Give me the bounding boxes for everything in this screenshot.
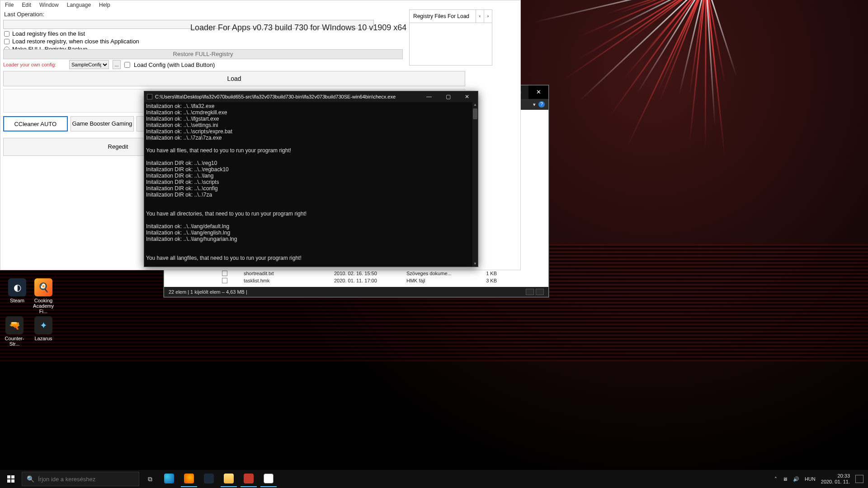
checkbox-restore-registry-label: Load restore registry, when close this A… — [12, 38, 139, 45]
view-details-button[interactable] — [526, 289, 534, 295]
svg-rect-3 — [11, 479, 14, 483]
file-type: Szöveges dokume... — [406, 271, 461, 276]
file-row[interactable]: tasklist.hmk 2020. 01. 11. 17:00 HMK fáj… — [217, 277, 548, 284]
file-date: 2020. 01. 11. 17:00 — [334, 278, 393, 283]
console-output[interactable]: Initalization ok: ..\..\lfa32.exe Inital… — [144, 102, 472, 267]
tray-chevron-icon[interactable]: ˄ — [774, 476, 777, 482]
svg-rect-2 — [7, 479, 10, 483]
console-title: C:\Users\ltta\Desktop\lfa32v070build655-… — [155, 94, 396, 99]
tray-language[interactable]: HUN — [805, 476, 816, 482]
registry-files-list[interactable] — [409, 23, 492, 66]
help-icon[interactable]: ? — [538, 101, 545, 108]
restore-full-registry-button[interactable]: Restore FULL-Registry — [3, 49, 403, 59]
file-size: 1 KB — [474, 271, 497, 276]
explorer-status-text: 22 elem | 1 kijelölt elem – 4,63 MB | — [169, 289, 247, 295]
desktop-icon-steam[interactable]: ◐Steam — [3, 278, 32, 303]
explorer-close-button[interactable]: ✕ — [528, 85, 548, 99]
file-date: 2010. 02. 16. 15:50 — [334, 271, 393, 276]
taskbar-app-edge[interactable] — [159, 470, 179, 488]
config-select[interactable]: SampleConfig — [69, 60, 109, 69]
explorer-file-list[interactable]: shortreadit.txt 2010. 02. 16. 15:50 Szöv… — [217, 270, 548, 285]
task-view-button[interactable]: ⧉ — [141, 475, 159, 483]
console-minimize-button[interactable]: — — [421, 92, 437, 102]
loader-title: Loader For Apps v0.73 build 730 for WInd… — [190, 23, 406, 33]
desktop-icon-label: Lazarus — [29, 336, 58, 341]
file-name: shortreadit.txt — [244, 271, 321, 276]
registry-panel-title: Registry Files For Load — [410, 10, 476, 22]
desktop-icon-lazarus[interactable]: ✦Lazarus — [29, 316, 58, 341]
checkbox-load-config[interactable] — [124, 62, 130, 68]
desktop-icon-counterstrike[interactable]: 🔫Counter-Str... — [0, 316, 29, 347]
taskbar-app-red[interactable] — [239, 470, 259, 488]
desktop-icon-label: Steam — [3, 298, 32, 303]
file-name: tasklist.hmk — [244, 278, 321, 283]
tray-volume-icon[interactable]: 🔊 — [793, 476, 799, 482]
tray-time: 20:33 — [821, 473, 850, 479]
view-tiles-button[interactable] — [536, 289, 544, 295]
svg-rect-0 — [7, 475, 10, 479]
checkbox-load-registry[interactable] — [4, 31, 9, 37]
menu-file[interactable]: File — [5, 2, 14, 8]
desktop-icon-cooking[interactable]: 🍳Cooking Academy Fi... — [29, 278, 58, 314]
explorer-statusbar: 22 elem | 1 kijelölt elem – 4,63 MB | — [164, 287, 548, 297]
search-icon: 🔍 — [27, 475, 34, 483]
registry-prev-button[interactable]: ‹ — [476, 10, 484, 23]
taskbar-app-firefox[interactable] — [179, 470, 199, 488]
checkbox-restore-registry[interactable] — [4, 39, 9, 44]
config-label: Loader your own config: — [3, 62, 66, 67]
menu-window[interactable]: Window — [39, 2, 59, 8]
console-titlebar[interactable]: C:\Users\ltta\Desktop\lfa32v070build655-… — [144, 91, 478, 102]
tray-date: 2020. 01. 11. — [821, 479, 850, 485]
checkbox-load-registry-label: Load registry files on the list — [12, 30, 85, 37]
tray-network-icon[interactable]: 🖥 — [783, 476, 788, 482]
checkbox-load-config-label: Load Config (with Load Button) — [134, 61, 215, 68]
taskbar: 🔍 ⧉ ˄ 🖥 🔊 HUN 20:33 2020. 01. 11. — [0, 470, 868, 488]
registry-files-panel: Registry Files For Load ‹ › — [409, 9, 492, 66]
taskbar-app-explorer[interactable] — [219, 470, 239, 488]
taskbar-search[interactable]: 🔍 — [22, 472, 139, 486]
search-input[interactable] — [38, 476, 134, 483]
registry-next-button[interactable]: › — [484, 10, 492, 23]
ccleaner-button[interactable]: CCleaner AUTO — [3, 116, 68, 131]
desktop-icon-label: Counter-Str... — [0, 336, 29, 347]
console-window: C:\Users\ltta\Desktop\lfa32v070build655-… — [144, 91, 478, 267]
load-button[interactable]: Load — [3, 71, 465, 86]
menu-edit[interactable]: Edit — [22, 2, 31, 8]
file-size: 3 KB — [474, 278, 497, 283]
system-tray: ˄ 🖥 🔊 HUN 20:33 2020. 01. 11. — [770, 473, 868, 485]
menu-help[interactable]: Help — [99, 2, 110, 8]
console-scrollbar[interactable]: ▲ ▼ — [472, 102, 478, 267]
gamebooster-button[interactable]: Game Booster Gaming — [71, 116, 134, 131]
file-type: HMK fájl — [406, 278, 461, 283]
console-icon — [147, 94, 152, 99]
scroll-down-icon[interactable]: ▼ — [472, 261, 478, 267]
svg-rect-1 — [11, 475, 14, 479]
menubar: File Edit Window Language Help — [0, 0, 520, 9]
desktop-icon-label: Cooking Academy Fi... — [29, 298, 58, 314]
start-button[interactable] — [0, 470, 22, 488]
console-close-button[interactable]: ✕ — [459, 92, 475, 102]
file-icon — [222, 271, 227, 276]
tray-clock[interactable]: 20:33 2020. 01. 11. — [821, 473, 850, 485]
config-browse-button[interactable]: ... — [113, 60, 121, 69]
scroll-thumb[interactable] — [473, 108, 477, 119]
scroll-up-icon[interactable]: ▲ — [472, 102, 478, 108]
console-maximize-button[interactable]: ▢ — [440, 92, 456, 102]
taskbar-app-loader[interactable] — [259, 470, 278, 488]
file-icon — [222, 278, 227, 283]
menu-language[interactable]: Language — [67, 2, 91, 8]
chevron-down-icon[interactable]: ▾ — [533, 102, 536, 108]
taskbar-app-steam[interactable] — [199, 470, 219, 488]
file-row[interactable]: shortreadit.txt 2010. 02. 16. 15:50 Szöv… — [217, 270, 548, 277]
notification-center-icon[interactable] — [855, 475, 863, 483]
